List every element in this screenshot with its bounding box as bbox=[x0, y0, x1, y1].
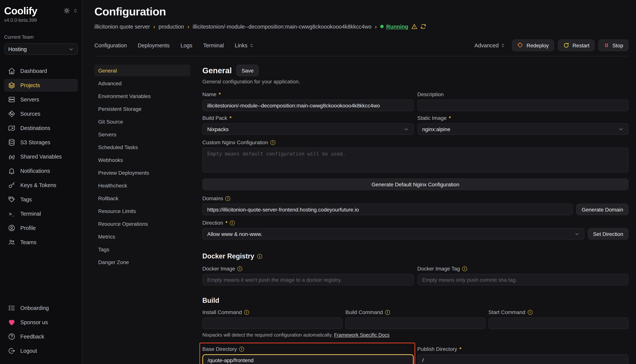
warning-icon[interactable] bbox=[411, 23, 417, 30]
subnav-item-tags[interactable]: Tags bbox=[94, 244, 190, 255]
subnav-item-general[interactable]: General bbox=[94, 64, 190, 76]
framework-docs-link[interactable]: Framework Specific Docs bbox=[334, 332, 389, 338]
description-label: Description bbox=[417, 91, 444, 97]
custom-nginx-textarea[interactable] bbox=[202, 148, 628, 172]
name-label: Name bbox=[202, 91, 217, 97]
sidebar-item-tags[interactable]: Tags bbox=[4, 193, 78, 206]
subnav-item-preview-deployments[interactable]: Preview Deployments bbox=[94, 167, 190, 178]
sidebar-item-label: Sponsor us bbox=[20, 319, 48, 325]
start-command-input[interactable] bbox=[488, 318, 628, 329]
tab-deployments[interactable]: Deployments bbox=[138, 42, 170, 48]
breadcrumb-project[interactable]: illicitonion quote server bbox=[94, 24, 150, 30]
tab-logs[interactable]: Logs bbox=[180, 42, 192, 48]
direction-select[interactable]: Allow www & non-www. bbox=[202, 228, 584, 240]
breadcrumb-application[interactable]: illicitestonion/-module--decomposition:m… bbox=[192, 24, 371, 30]
build-command-label: Build Command bbox=[345, 309, 383, 315]
sidebar-item-dashboard[interactable]: Dashboard bbox=[4, 64, 78, 78]
redeploy-button[interactable]: Redeploy bbox=[512, 40, 554, 51]
subnav-item-healthcheck[interactable]: Healthcheck bbox=[94, 180, 190, 191]
sidebar-item-label: Notifications bbox=[20, 168, 50, 174]
static-image-select[interactable]: nginx:alpine bbox=[417, 123, 628, 135]
sidebar-item-teams[interactable]: Teams bbox=[4, 236, 78, 249]
tab-configuration[interactable]: Configuration bbox=[94, 42, 127, 48]
coolify-app: Coolify v4.0.0-beta.399 Current Team Hos… bbox=[0, 0, 636, 364]
sidebar-item-destinations[interactable]: Destinations bbox=[4, 122, 78, 134]
install-command-input[interactable] bbox=[202, 318, 342, 329]
page-title: Configuration bbox=[94, 5, 628, 18]
base-directory-input[interactable] bbox=[202, 354, 413, 364]
publish-directory-input[interactable] bbox=[417, 354, 628, 364]
base-directory-field: Base Directory bbox=[202, 346, 413, 364]
subnav-item-scheduled-tasks[interactable]: Scheduled Tasks bbox=[94, 141, 190, 153]
sidebar-item-label: Terminal bbox=[20, 211, 41, 217]
refresh-icon[interactable] bbox=[420, 23, 426, 30]
info-icon bbox=[385, 310, 390, 314]
name-input[interactable] bbox=[202, 100, 413, 111]
subnav-item-danger-zone[interactable]: Danger Zone bbox=[94, 256, 190, 268]
docker-image-tag-input[interactable] bbox=[417, 274, 628, 286]
required-marker: * bbox=[230, 115, 232, 121]
required-marker: * bbox=[449, 115, 451, 121]
sidebar-item-s3-storages[interactable]: S3 Storages bbox=[4, 136, 78, 149]
build-command-input[interactable] bbox=[345, 318, 486, 329]
sidebar-item-terminal[interactable]: >_ Terminal bbox=[4, 207, 78, 220]
start-command-label: Start Command bbox=[488, 309, 525, 315]
status-label[interactable]: Running bbox=[386, 24, 408, 30]
sidebar-item-feedback[interactable]: Feedback bbox=[4, 330, 78, 343]
sidebar-item-onboarding[interactable]: Onboarding bbox=[4, 302, 78, 314]
team-select-value: Hosting bbox=[8, 46, 27, 52]
subnav-item-webhooks[interactable]: Webhooks bbox=[94, 154, 190, 166]
subnav-item-git-source[interactable]: Git Source bbox=[94, 116, 190, 127]
sidebar-item-sponsor-us[interactable]: Sponsor us bbox=[4, 316, 78, 329]
sidebar-item-shared-variables[interactable]: (x) Shared Variables bbox=[4, 150, 78, 163]
save-button[interactable]: Save bbox=[236, 64, 259, 76]
sidebar-item-servers[interactable]: Servers bbox=[4, 93, 78, 106]
subnav-item-servers[interactable]: Servers bbox=[94, 128, 190, 140]
chevron-down-icon bbox=[68, 46, 74, 52]
settings-subnav: General Advanced Environment Variables P… bbox=[94, 64, 190, 364]
theme-selector-icon[interactable] bbox=[73, 8, 78, 13]
advanced-dropdown[interactable]: Advanced bbox=[475, 42, 505, 48]
tab-links[interactable]: Links bbox=[235, 42, 254, 48]
subnav-item-resource-limits[interactable]: Resource Limits bbox=[94, 205, 190, 217]
database-icon bbox=[8, 138, 16, 146]
subnav-item-environment-variables[interactable]: Environment Variables bbox=[94, 90, 190, 102]
server-icon bbox=[8, 96, 16, 103]
sidebar-item-label: Logout bbox=[20, 348, 37, 354]
chevron-separator-icon: › bbox=[187, 23, 189, 30]
section-title-general: General bbox=[202, 66, 232, 75]
sidebar-item-keys-tokens[interactable]: Keys & Tokens bbox=[4, 179, 78, 192]
team-select[interactable]: Hosting bbox=[4, 43, 78, 55]
generate-nginx-button[interactable]: Generate Default Nginx Configuration bbox=[202, 178, 628, 190]
sidebar-item-notifications[interactable]: Notifications bbox=[4, 164, 78, 177]
breadcrumb-environment[interactable]: production bbox=[158, 24, 184, 30]
subnav-item-advanced[interactable]: Advanced bbox=[94, 78, 190, 89]
stop-button[interactable]: Stop bbox=[598, 40, 628, 51]
restart-button[interactable]: Restart bbox=[558, 40, 595, 51]
subnav-item-resource-operations[interactable]: Resource Operations bbox=[94, 218, 190, 230]
generate-domain-button[interactable]: Generate Domain bbox=[576, 204, 628, 215]
base-directory-label: Base Directory bbox=[202, 346, 237, 352]
publish-directory-label: Publish Directory bbox=[417, 346, 457, 352]
profile-icon bbox=[8, 224, 16, 232]
sidebar-item-profile[interactable]: Profile bbox=[4, 222, 78, 234]
sidebar-item-logout[interactable]: Logout bbox=[4, 344, 78, 357]
build-pack-select[interactable]: Nixpacks bbox=[202, 123, 413, 135]
restart-icon bbox=[563, 42, 569, 48]
subnav-item-rollback[interactable]: Rollback bbox=[94, 192, 190, 204]
sidebar-item-sources[interactable]: Sources bbox=[4, 108, 78, 120]
subnav-item-metrics[interactable]: Metrics bbox=[94, 231, 190, 242]
theme-sun-icon[interactable] bbox=[64, 8, 70, 14]
info-icon bbox=[527, 310, 532, 314]
docker-image-input[interactable] bbox=[202, 274, 413, 286]
info-icon bbox=[230, 220, 235, 225]
sidebar-item-label: Teams bbox=[20, 239, 36, 245]
subnav-item-persistent-storage[interactable]: Persistent Storage bbox=[94, 103, 190, 114]
required-marker: * bbox=[219, 91, 221, 97]
sidebar-nav: Dashboard Projects Servers Sources Desti… bbox=[4, 64, 78, 249]
domains-input[interactable] bbox=[202, 204, 573, 215]
tab-terminal[interactable]: Terminal bbox=[203, 42, 224, 48]
set-direction-button[interactable]: Set Direction bbox=[588, 228, 628, 240]
sidebar-item-projects[interactable]: Projects bbox=[4, 79, 78, 92]
description-input[interactable] bbox=[417, 100, 628, 111]
